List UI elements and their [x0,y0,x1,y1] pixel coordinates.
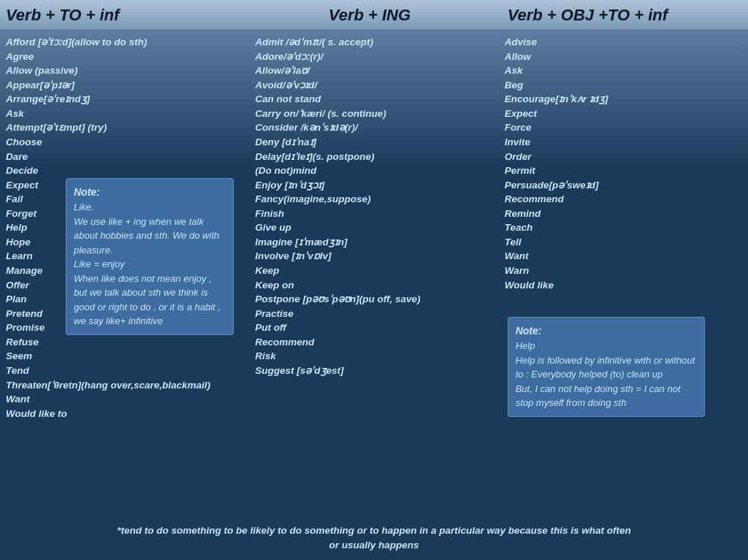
list-item: Deny [dɪˈnaɪ] [255,135,492,150]
list-item: Warn [505,264,742,278]
list-item: Advise [505,35,742,50]
header-title-col2: Verb + ING [329,6,411,24]
col1: Afford [əˈfɔːd](allow to do sth)AgreeAll… [0,32,249,516]
list-item: Encourage[ɪnˈkʌr ɪdʒ] [505,92,742,107]
list-item: Suggest [səˈdʒest] [255,364,492,378]
list-item: Consider /kənˈsɪdə(r)/ [255,120,492,135]
list-item: Risk [255,349,492,364]
col1-note-line3: Like = enjoy [74,257,226,272]
list-item: Remind [505,207,742,221]
list-item: Avoid/əˈvɔɪd/ [255,78,492,93]
list-item: Allow [505,50,742,64]
col1-note-box: Note: Like. We use like + ing when we ta… [66,178,234,335]
list-item: Ask [505,64,742,78]
list-item: Give up [255,220,492,235]
list-item: Would like [505,278,742,293]
col1-note-line2: We use like + ing when we talk about hob… [74,215,226,258]
list-item: Allow (passive) [6,64,243,78]
list-item: Can not stand [255,92,492,107]
list-item: Ask [6,107,243,121]
col3-items: AdviseAllowAskBegEncourage[ɪnˈkʌr ɪdʒ]Ex… [505,35,742,292]
list-item: Invite [505,135,742,150]
list-item: Beg [505,78,742,93]
list-item: Involve [ɪnˈvɒlv] [255,249,492,264]
col2-items: Admit /ədˈmɪt/( s. accept)Adore/əˈdɔː(r)… [255,35,492,378]
header-col3: Verb + OBJ +TO + inf [493,6,748,25]
header-col2: Verb + ING [246,6,492,25]
list-item: Keep on [255,278,492,293]
list-item: Permit [505,164,742,178]
col3-note-line2: Help is followed by infinitive with or w… [516,353,697,382]
list-item: Carry on/ˈkæri/ (s. continue) [255,107,492,121]
list-item: Refuse [6,335,243,350]
list-item: Tell [505,235,742,250]
list-item: Attempt[əˈtɛmpt] (try) [6,120,243,135]
list-item: (Do not)mind [255,164,492,178]
list-item: Tend [6,364,243,378]
list-item: Practise [255,307,492,321]
col1-note-line1: Like. [74,200,226,215]
list-item: Put off [255,321,492,335]
list-item: Recommend [505,192,742,207]
list-item: Fancy(imagine,suppose) [255,192,492,207]
list-item: Enjoy [ɪnˈdʒɔɪ] [255,178,492,193]
list-item: Would like to [6,407,243,421]
col3: AdviseAllowAskBegEncourage[ɪnˈkʌr ɪdʒ]Ex… [499,32,748,516]
col1-note-line4: When like does not mean enjoy , but we t… [74,272,226,329]
header-col1: Verb + TO + inf [0,6,246,25]
list-item: Delay[dɪˈleɪ](s. postpone) [255,150,492,164]
list-item: Allow/əˈlaʊ/ [255,64,492,78]
list-item: Recommend [255,335,492,350]
list-item: Decide [6,164,243,178]
list-item: Force [505,120,742,135]
col3-note-line1: Help [516,339,697,353]
col3-note-title: Note: [516,323,697,339]
list-item: Dare [6,150,243,164]
list-item: Keep [255,264,492,278]
list-item: Want [6,392,243,407]
list-item: Arrange[əˈreɪndʒ] [6,92,243,107]
list-item: Postpone [pəʊsˈpəʊn](pu off, save) [255,292,492,307]
col2: Admit /ədˈmɪt/( s. accept)Adore/əˈdɔː(r)… [249,32,498,516]
list-item: Admit /ədˈmɪt/( s. accept) [255,35,492,50]
list-item: Agree [6,50,243,64]
footer-text: *tend to do something to be likely to do… [0,519,748,561]
list-item: Teach [505,220,742,235]
list-item: Afford [əˈfɔːd](allow to do sth) [6,35,243,50]
content-row: Afford [əˈfɔːd](allow to do sth)AgreeAll… [0,29,748,519]
col3-note-line3: But, I can not help doing sth = I can no… [516,382,697,410]
list-item: Adore/əˈdɔː(r)/ [255,50,492,64]
list-item: Threaten[ˈθretn](hang over,scare,blackma… [6,378,243,393]
col1-note-title: Note: [74,185,226,200]
header-title-col1: Verb + TO + inf [6,6,119,24]
list-item: Seem [6,349,243,364]
list-item: Order [505,150,742,164]
list-item: Persuade[pəˈsweɪd] [505,178,742,193]
list-item: Finish [255,207,492,221]
header-title-col3: Verb + OBJ +TO + inf [508,6,668,24]
list-item: Choose [6,135,243,150]
page-container: Verb + TO + inf Verb + ING Verb + OBJ +T… [0,0,748,560]
col3-note-box: Note: Help Help is followed by infinitiv… [508,317,705,417]
list-item: Imagine [ɪˈmædʒɪn] [255,235,492,250]
list-item: Expect [505,107,742,121]
list-item: Want [505,249,742,264]
header-row: Verb + TO + inf Verb + ING Verb + OBJ +T… [0,0,748,29]
list-item: Appear[əˈpɪər] [6,78,243,93]
